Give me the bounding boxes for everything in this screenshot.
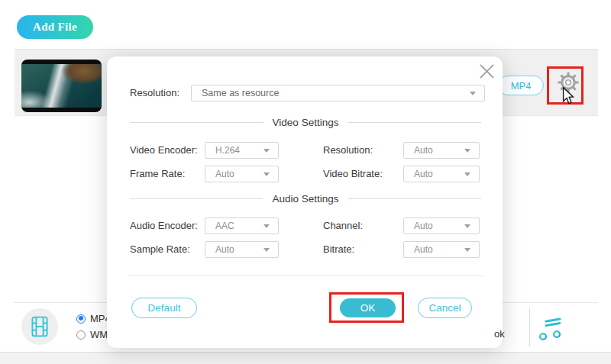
music-note-icon[interactable] [535,312,567,344]
footer-divider [128,275,483,276]
page-bottom-strip [0,352,611,364]
format-bar-vertical-divider [529,308,530,346]
frame-rate-value: Auto [215,169,234,179]
clipped-text-fragment: ok [494,328,505,340]
cancel-button[interactable]: Cancel [418,298,472,318]
frame-rate-label: Frame Rate: [130,166,185,182]
video-format-badge [21,308,58,345]
default-button[interactable]: Default [131,298,197,318]
audio-encoder-label: Audio Encoder: [130,217,198,234]
divider-line [130,122,263,123]
section-title: Video Settings [273,117,339,128]
video-bitrate-value: Auto [414,169,433,179]
mouse-cursor-icon [562,87,574,105]
chevron-down-icon [263,224,270,228]
radio-selected-icon[interactable] [76,314,86,324]
divider-line [130,198,263,199]
output-resolution-select[interactable]: Same as resource [191,85,485,101]
channel-select[interactable]: Auto [403,217,480,234]
resolution-select[interactable]: Auto [403,142,480,159]
format-radio-mp4[interactable]: MP4 [76,313,111,324]
ok-button[interactable]: OK [340,298,396,317]
video-encoder-select[interactable]: H.264 [205,142,279,159]
film-strip-icon [31,315,48,338]
frame-rate-select[interactable]: Auto [205,166,279,182]
bitrate-label: Bitrate: [323,241,354,258]
app-screen: Add File MP4 [0,0,611,364]
output-resolution-value: Same as resource [202,88,279,98]
close-icon[interactable] [477,61,496,81]
resolution-field-label: Resolution: [323,142,373,159]
video-bitrate-label: Video Bitrate: [323,166,383,182]
audio-settings-section-header: Audio Settings [130,192,481,205]
resolution-label: Resolution: [130,85,179,101]
bitrate-value: Auto [414,244,433,255]
chevron-down-icon [464,248,470,252]
channel-value: Auto [414,221,433,231]
video-encoder-value: H.264 [215,145,240,156]
add-file-button[interactable]: Add File [17,15,93,39]
sample-rate-select[interactable]: Auto [205,241,279,258]
video-settings-section-header: Video Settings [130,115,481,129]
chevron-down-icon [464,149,470,153]
video-bitrate-select[interactable]: Auto [403,166,480,182]
chevron-down-icon [470,92,476,95]
video-encoder-label: Video Encoder: [130,142,198,159]
radio-unselected-icon[interactable] [76,330,86,340]
divider-line [348,122,481,123]
section-title: Audio Settings [272,193,338,205]
audio-encoder-select[interactable]: AAC [205,217,279,234]
output-format-button[interactable]: MP4 [498,76,544,95]
bitrate-select[interactable]: Auto [403,241,480,258]
sample-rate-label: Sample Rate: [130,241,190,258]
sample-rate-value: Auto [215,244,234,255]
channel-label: Channel: [323,217,363,234]
video-thumbnail [21,60,102,112]
audio-encoder-value: AAC [215,221,234,231]
resolution-value: Auto [414,145,433,156]
chevron-down-icon [263,248,270,252]
divider-line [348,198,481,199]
video-thumbnail-image [21,64,102,108]
chevron-down-icon [464,224,470,228]
chevron-down-icon [464,172,470,176]
chevron-down-icon [263,172,270,176]
chevron-down-icon [263,149,270,153]
profile-settings-dialog: Resolution: Same as resource Video Setti… [107,56,503,348]
